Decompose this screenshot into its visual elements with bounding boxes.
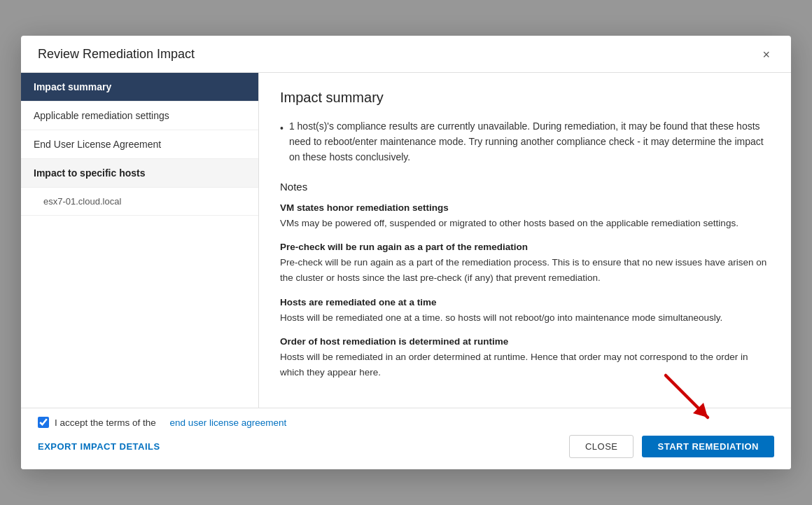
- footer-bottom-row: EXPORT IMPACT DETAILS CLOSE START REMEDI…: [38, 435, 774, 458]
- close-button[interactable]: CLOSE: [569, 435, 634, 458]
- sidebar-item-impact-summary[interactable]: Impact summary: [21, 73, 258, 102]
- note-text-3: Hosts will be remediated in an order det…: [280, 350, 770, 380]
- accept-terms-text: I accept the terms of the: [55, 417, 156, 428]
- license-link[interactable]: end user license agreement: [170, 417, 287, 428]
- modal-title: Review Remediation Impact: [38, 47, 195, 62]
- sidebar-item-esx7[interactable]: esx7-01.cloud.local: [21, 188, 258, 216]
- export-impact-link[interactable]: EXPORT IMPACT DETAILS: [38, 441, 160, 452]
- sidebar-item-eula[interactable]: End User License Agreement: [21, 130, 258, 159]
- note-block-3: Order of host remediation is determined …: [280, 336, 770, 380]
- main-content: Impact summary • 1 host(s)'s compliance …: [259, 73, 791, 408]
- note-block-0: VM states honor remediation settings VMs…: [280, 202, 770, 231]
- sidebar-item-impact-specific-hosts: Impact to specific hosts: [21, 159, 258, 188]
- modal-header: Review Remediation Impact ×: [21, 36, 791, 73]
- sidebar: Impact summary Applicable remediation se…: [21, 73, 259, 408]
- bullet-text: 1 host(s)'s compliance results are curre…: [289, 118, 770, 165]
- bullet-item: • 1 host(s)'s compliance results are cur…: [280, 118, 770, 165]
- footer-right: CLOSE START REMEDIATION: [569, 435, 774, 458]
- footer-top-row: I accept the terms of the end user licen…: [38, 417, 774, 428]
- modal-footer: I accept the terms of the end user licen…: [21, 408, 791, 469]
- accept-terms-checkbox[interactable]: [38, 417, 49, 428]
- note-text-1: Pre-check will be run again as a part of…: [280, 255, 770, 285]
- note-text-0: VMs may be powered off, suspended or mig…: [280, 216, 770, 231]
- note-text-2: Hosts will be remediated one at a time. …: [280, 310, 770, 326]
- note-heading-1: Pre-check will be run again as a part of…: [280, 242, 770, 252]
- bullet-section: • 1 host(s)'s compliance results are cur…: [280, 118, 770, 165]
- notes-section: Notes VM states honor remediation settin…: [280, 181, 770, 380]
- sidebar-item-applicable-settings[interactable]: Applicable remediation settings: [21, 102, 258, 130]
- note-block-2: Hosts are remediated one at a time Hosts…: [280, 297, 770, 326]
- modal: Review Remediation Impact × Impact summa…: [21, 36, 791, 470]
- notes-title: Notes: [280, 181, 770, 193]
- note-block-1: Pre-check will be run again as a part of…: [280, 242, 770, 285]
- bullet-dot: •: [280, 120, 284, 165]
- modal-close-button[interactable]: ×: [758, 47, 774, 62]
- content-title: Impact summary: [280, 90, 770, 106]
- note-heading-3: Order of host remediation is determined …: [280, 336, 770, 347]
- start-remediation-button[interactable]: START REMEDIATION: [642, 436, 774, 457]
- accept-terms-label[interactable]: I accept the terms of the end user licen…: [38, 417, 286, 428]
- modal-body: Impact summary Applicable remediation se…: [21, 73, 791, 408]
- modal-overlay: Review Remediation Impact × Impact summa…: [0, 0, 812, 505]
- note-heading-0: VM states honor remediation settings: [280, 202, 770, 213]
- note-heading-2: Hosts are remediated one at a time: [280, 297, 770, 307]
